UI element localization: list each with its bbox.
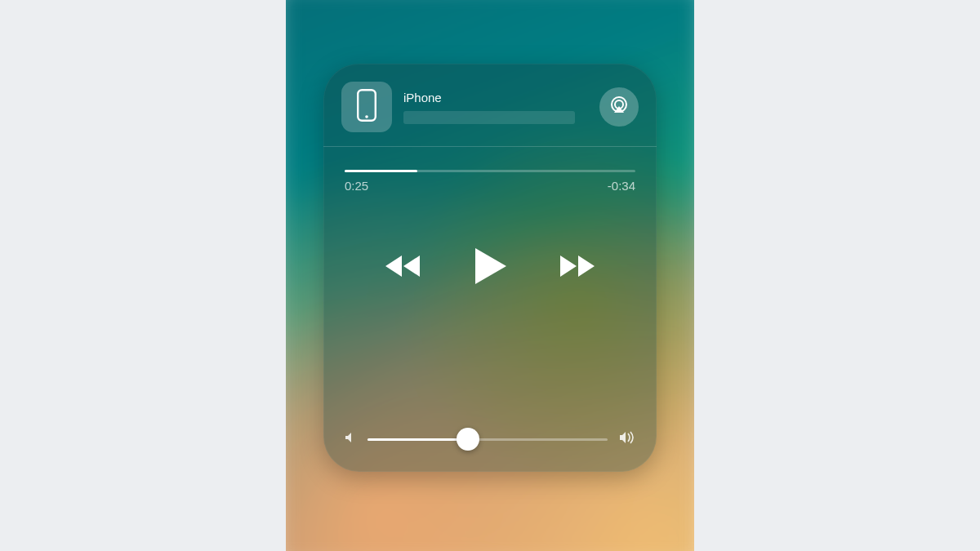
scrubber-track[interactable]	[345, 170, 635, 172]
now-playing-card: iPhone 0:25 -0:34	[323, 64, 657, 472]
airplay-icon	[608, 95, 630, 119]
section-divider	[323, 146, 657, 147]
volume-low-icon	[345, 432, 356, 447]
volume-track[interactable]	[368, 438, 608, 441]
volume-thumb[interactable]	[457, 428, 479, 451]
play-button[interactable]	[472, 247, 508, 286]
device-tile	[341, 82, 392, 132]
volume-fill	[368, 438, 468, 441]
scrubber-times: 0:25 -0:34	[345, 179, 635, 193]
rewind-icon	[384, 254, 421, 278]
scrubber-fill	[345, 170, 417, 172]
iphone-icon	[357, 89, 376, 125]
volume-slider[interactable]	[345, 431, 635, 447]
volume-high-icon	[619, 431, 635, 447]
play-icon	[472, 247, 508, 286]
transport-controls	[323, 247, 657, 286]
track-title-placeholder	[403, 111, 575, 124]
phone-screenshot-frame: iPhone 0:25 -0:34	[286, 0, 694, 551]
elapsed-time-label: 0:25	[345, 179, 368, 193]
airplay-button[interactable]	[599, 87, 639, 127]
output-device-row[interactable]: iPhone	[323, 64, 657, 147]
fast-forward-button[interactable]	[559, 254, 596, 278]
device-meta: iPhone	[403, 91, 588, 124]
fast-forward-icon	[559, 254, 596, 278]
scrubber[interactable]: 0:25 -0:34	[323, 147, 657, 193]
svg-point-1	[365, 115, 368, 118]
device-title: iPhone	[403, 91, 588, 104]
rewind-button[interactable]	[384, 254, 421, 278]
remaining-time-label: -0:34	[608, 179, 635, 193]
